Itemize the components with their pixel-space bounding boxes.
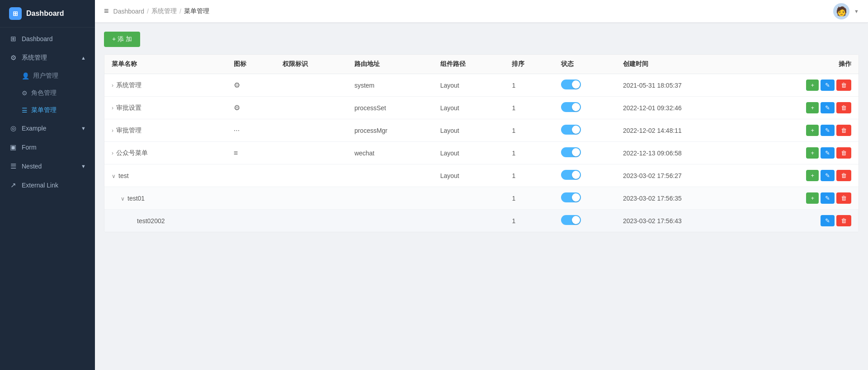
status-toggle[interactable] <box>561 125 581 135</box>
sidebar-item-example[interactable]: ◎ Example ▼ <box>0 119 95 138</box>
edit-button[interactable]: ✎ <box>821 215 835 226</box>
form-icon: ▣ <box>9 143 17 151</box>
sidebar-item-user-mgmt[interactable]: 👤 用户管理 <box>0 67 95 84</box>
sidebar-item-label: External Link <box>22 182 58 189</box>
row-route <box>347 210 433 232</box>
sidebar-sub-item-label: 角色管理 <box>31 89 57 97</box>
row-created: 2022-12-02 14:48:11 <box>616 119 748 142</box>
delete-button[interactable]: 🗑 <box>836 125 851 136</box>
system-mgmt-icon: ⚙ <box>9 54 17 62</box>
col-actions: 操作 <box>748 55 859 74</box>
row-sort: 1 <box>505 142 553 164</box>
sidebar-item-dashboard[interactable]: ⊞ Dashboard <box>0 29 95 48</box>
header: ≡ Dashboard / 系统管理 / 菜单管理 🧑 ▼ <box>95 0 868 23</box>
sidebar-item-system-mgmt[interactable]: ⚙ 系统管理 ▲ <box>0 48 95 67</box>
collapse-icon[interactable]: ∨ <box>121 196 125 202</box>
breadcrumb-item-dashboard[interactable]: Dashboard <box>113 8 145 15</box>
row-name: ∨test01 <box>104 187 226 210</box>
table-row: ∨test Layout 1 2023-03-02 17:56:27 <box>104 164 859 187</box>
add-child-button[interactable]: + <box>806 80 819 91</box>
expand-icon[interactable]: › <box>112 105 113 111</box>
user-avatar[interactable]: 🧑 <box>833 3 849 19</box>
col-sort: 排序 <box>505 55 553 74</box>
sidebar-item-role-mgmt[interactable]: ⚙ 角色管理 <box>0 84 95 102</box>
table-row: ›系统管理 ⚙ system Layout 1 2021-05-31 18:05… <box>104 74 859 97</box>
delete-button[interactable]: 🗑 <box>836 102 851 113</box>
sidebar-item-menu-mgmt[interactable]: ☰ 菜单管理 <box>0 102 95 119</box>
add-child-button[interactable]: + <box>806 125 819 136</box>
row-icon: ⚙ <box>226 97 275 119</box>
sidebar-item-label: Example <box>22 125 46 132</box>
header-left: ≡ Dashboard / 系统管理 / 菜单管理 <box>104 6 209 16</box>
add-child-button[interactable]: + <box>806 192 819 204</box>
expand-icon[interactable]: › <box>112 127 113 134</box>
nested-icon: ☰ <box>9 162 17 170</box>
row-route: processMgr <box>347 119 433 142</box>
breadcrumb-sep-2: / <box>179 8 181 15</box>
row-component: Layout <box>433 164 505 187</box>
content-area: + 添 加 菜单名称 图标 权限标识 路由地址 组件路径 排序 状态 创建时间 … <box>95 23 868 370</box>
row-created: 2022-12-01 09:32:46 <box>616 97 748 119</box>
expand-icon[interactable]: › <box>112 150 113 156</box>
chevron-up-icon: ▲ <box>81 55 86 61</box>
collapse-icon[interactable]: ∨ <box>112 173 116 179</box>
row-status <box>554 142 616 164</box>
edit-button[interactable]: ✎ <box>821 147 835 159</box>
status-toggle[interactable] <box>561 147 581 157</box>
row-route: processSet <box>347 97 433 119</box>
edit-button[interactable]: ✎ <box>821 125 835 136</box>
add-child-button[interactable]: + <box>806 102 819 113</box>
breadcrumb-item-system[interactable]: 系统管理 <box>151 7 177 15</box>
status-toggle[interactable] <box>561 170 581 180</box>
sidebar-sub-item-label: 菜单管理 <box>31 106 57 114</box>
delete-button[interactable]: 🗑 <box>836 147 851 159</box>
col-status: 状态 <box>554 55 616 74</box>
row-created: 2023-03-02 17:56:43 <box>616 210 748 232</box>
delete-button[interactable]: 🗑 <box>836 80 851 91</box>
sidebar-item-nested[interactable]: ☰ Nested ▼ <box>0 157 95 176</box>
table-header-row: 菜单名称 图标 权限标识 路由地址 组件路径 排序 状态 创建时间 操作 <box>104 55 859 74</box>
row-permission <box>275 119 347 142</box>
menu-table-wrap: 菜单名称 图标 权限标识 路由地址 组件路径 排序 状态 创建时间 操作 <box>104 54 859 232</box>
row-created: 2022-12-13 09:06:58 <box>616 142 748 164</box>
avatar-dropdown-icon[interactable]: ▼ <box>854 9 859 14</box>
col-component: 组件路径 <box>433 55 505 74</box>
status-toggle[interactable] <box>561 102 581 112</box>
sidebar-item-form[interactable]: ▣ Form <box>0 138 95 157</box>
menu-toggle-button[interactable]: ≡ <box>104 6 109 16</box>
sidebar-item-external-link[interactable]: ↗ External Link <box>0 176 95 195</box>
row-permission <box>275 187 347 210</box>
status-toggle[interactable] <box>561 192 581 202</box>
status-toggle[interactable] <box>561 80 581 89</box>
row-created: 2023-03-02 17:56:35 <box>616 187 748 210</box>
row-icon <box>226 187 275 210</box>
status-toggle[interactable] <box>561 215 581 225</box>
add-child-button[interactable]: + <box>806 147 819 159</box>
delete-button[interactable]: 🗑 <box>836 215 851 226</box>
row-component <box>433 187 505 210</box>
edit-button[interactable]: ✎ <box>821 102 835 113</box>
delete-button[interactable]: 🗑 <box>836 170 851 181</box>
expand-icon[interactable]: › <box>112 82 113 89</box>
row-permission <box>275 142 347 164</box>
row-sort: 1 <box>505 210 553 232</box>
edit-button[interactable]: ✎ <box>821 80 835 91</box>
delete-button[interactable]: 🗑 <box>836 192 851 204</box>
col-icon: 图标 <box>226 55 275 74</box>
sidebar-item-label: Form <box>22 144 37 151</box>
row-created: 2023-03-02 17:56:27 <box>616 164 748 187</box>
table-row: test02002 1 2023-03-02 17:56:43 <box>104 210 859 232</box>
role-mgmt-icon: ⚙ <box>22 89 28 97</box>
add-child-button[interactable]: + <box>806 170 819 181</box>
row-permission <box>275 97 347 119</box>
add-menu-button[interactable]: + 添 加 <box>104 32 140 47</box>
row-status <box>554 210 616 232</box>
row-name: ›公众号菜单 <box>104 142 226 164</box>
edit-button[interactable]: ✎ <box>821 170 835 181</box>
external-link-icon: ↗ <box>9 181 17 189</box>
sidebar-item-label: Dashboard <box>22 35 53 42</box>
row-status <box>554 164 616 187</box>
sidebar-item-label: Nested <box>22 163 42 170</box>
edit-button[interactable]: ✎ <box>821 192 835 204</box>
row-actions: + ✎ 🗑 <box>748 97 859 119</box>
